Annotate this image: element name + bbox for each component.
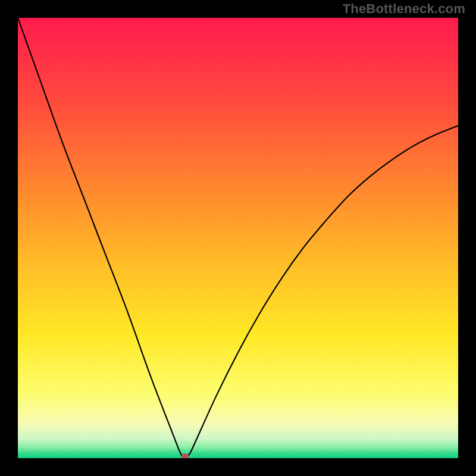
- gradient-background: [18, 18, 458, 458]
- watermark-text: TheBottleneck.com: [343, 1, 465, 17]
- chart-frame: TheBottleneck.com: [0, 0, 476, 476]
- plot-area: [18, 18, 458, 458]
- chart-svg: [18, 18, 458, 458]
